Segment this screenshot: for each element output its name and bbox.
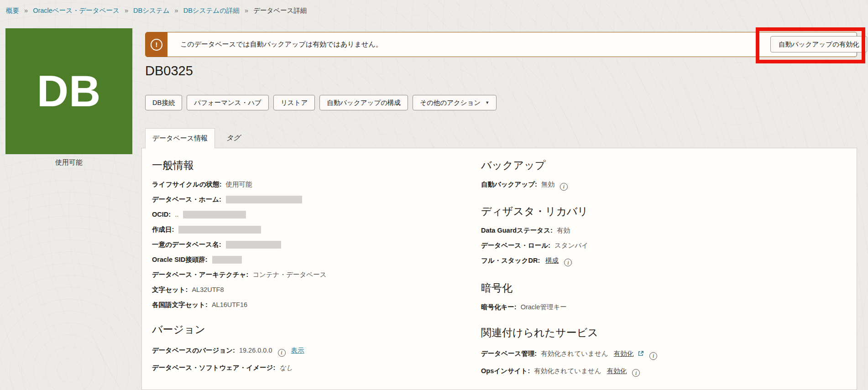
general-info-column: 一般情報 ライフサイクルの状態: 使用可能 データベース・ホーム: OCID: …: [152, 148, 471, 372]
ops-insights-label: Opsインサイト:: [481, 367, 530, 374]
database-home-label: データベース・ホーム:: [152, 196, 221, 203]
auto-backup-value: 無効: [541, 181, 554, 188]
data-guard-status-row: Data Guardステータス: 有効: [481, 226, 837, 234]
database-version-label: データベースのバージョン:: [152, 347, 235, 354]
encryption-key-label: 暗号化キー:: [481, 303, 517, 311]
auto-backup-row: 自動バックアップ: 無効 i: [481, 180, 837, 191]
database-role-value: スタンバイ: [554, 242, 588, 249]
backup-column: バックアップ 自動バックアップ: 無効 i ディザスタ・リカバリ Data Gu…: [481, 148, 837, 377]
info-icon[interactable]: i: [564, 259, 572, 266]
character-set-label: 文字セット:: [152, 286, 188, 293]
ocid-row: OCID: ..: [152, 210, 471, 218]
national-character-set-value: AL16UTF16: [212, 301, 247, 308]
redacted-value: [178, 226, 261, 234]
view-version-link[interactable]: 表示: [291, 347, 304, 354]
auto-backup-label: 自動バックアップ:: [481, 181, 537, 188]
chevron-down-icon: ▼: [485, 100, 489, 105]
configure-full-stack-dr-link[interactable]: 構成: [545, 257, 559, 264]
oracle-sid-prefix-row: Oracle SID接頭辞:: [152, 255, 471, 264]
breadcrumb-database-details: データベース詳細: [253, 7, 307, 14]
tab-tags[interactable]: タグ: [223, 128, 244, 148]
enable-database-management-link[interactable]: 有効化: [614, 350, 634, 357]
more-actions-button[interactable]: その他のアクション ▼: [413, 95, 497, 110]
database-management-row: データベース管理: 有効化されていません 有効化 i: [481, 349, 837, 360]
database-architecture-row: データベース・アーキテクチャ: コンテナ・データベース: [152, 270, 471, 279]
redacted-value: [212, 256, 242, 264]
warning-icon: !: [151, 39, 162, 51]
disaster-recovery-heading: ディザスタ・リカバリ: [481, 204, 837, 218]
associated-services-heading: 関連付けられたサービス: [481, 326, 837, 339]
breadcrumb-separator: »: [245, 7, 248, 14]
breadcrumb-db-system-details[interactable]: DBシステムの詳細: [183, 7, 240, 14]
warning-message: このデータベースでは自動バックアップは有効ではありません。: [180, 40, 382, 49]
more-actions-label: その他のアクション: [420, 99, 481, 107]
character-set-row: 文字セット: AL32UTF8: [152, 286, 471, 294]
breadcrumb-separator: »: [175, 7, 178, 14]
software-image-row: データベース・ソフトウェア・イメージ: なし: [152, 364, 471, 372]
backup-heading: バックアップ: [481, 158, 837, 172]
breadcrumb-db-systems[interactable]: DBシステム: [133, 7, 170, 14]
ops-insights-row: Opsインサイト: 有効化されていません 有効化 i: [481, 367, 837, 377]
database-role-label: データベース・ロール:: [481, 242, 550, 249]
database-status-tile: DB: [5, 28, 132, 154]
lifecycle-state-label: ライフサイクルの状態:: [152, 181, 222, 188]
version-heading: バージョン: [152, 322, 471, 336]
database-management-value: 有効化されていません: [541, 350, 608, 357]
encryption-key-value: Oracle管理キー: [521, 303, 567, 311]
tab-database-info[interactable]: データベース情報: [145, 128, 215, 148]
oracle-sid-prefix-label: Oracle SID接頭辞:: [152, 256, 208, 263]
page-title: DB0325: [145, 63, 193, 78]
database-role-row: データベース・ロール: スタンバイ: [481, 241, 837, 250]
breadcrumb-separator: »: [125, 7, 128, 14]
breadcrumb-separator: »: [24, 7, 28, 14]
external-link-icon[interactable]: [638, 350, 644, 357]
database-tile-abbr: DB: [37, 66, 101, 116]
auto-backup-warning-banner: ! このデータベースでは自動バックアップは有効ではありません。: [145, 32, 857, 57]
unique-database-name-row: 一意のデータベース名:: [152, 240, 471, 249]
info-icon[interactable]: i: [278, 349, 286, 357]
enable-ops-insights-link[interactable]: 有効化: [607, 367, 627, 374]
ocid-prefix: ..: [175, 211, 178, 218]
database-management-label: データベース管理:: [481, 350, 537, 357]
unique-database-name-label: 一意のデータベース名:: [152, 241, 221, 248]
restore-button[interactable]: リストア: [273, 95, 315, 110]
redacted-value: [226, 196, 302, 203]
redacted-value: [183, 211, 246, 218]
database-version-row: データベースのバージョン: 19.26.0.0.0 i 表示: [152, 346, 471, 357]
info-icon[interactable]: i: [632, 369, 640, 377]
software-image-label: データベース・ソフトウェア・イメージ:: [152, 364, 275, 371]
data-guard-status-value: 有効: [557, 227, 570, 234]
character-set-value: AL32UTF8: [192, 286, 224, 293]
info-icon[interactable]: i: [649, 352, 657, 360]
warning-iconbox: !: [146, 32, 167, 57]
redacted-value: [226, 241, 281, 249]
database-architecture-value: コンテナ・データベース: [252, 271, 326, 278]
encryption-key-row: 暗号化キー: Oracle管理キー: [481, 303, 837, 311]
ops-insights-value: 有効化されていません: [534, 367, 601, 374]
data-guard-status-label: Data Guardステータス:: [481, 227, 553, 234]
software-image-value: なし: [279, 364, 293, 371]
performance-hub-button[interactable]: パフォーマンス・ハブ: [187, 95, 269, 110]
breadcrumb-overview[interactable]: 概要: [6, 7, 19, 14]
created-date-label: 作成日:: [152, 226, 174, 233]
database-version-value: 19.26.0.0.0: [239, 347, 272, 354]
status-label: 使用可能: [5, 158, 132, 167]
general-info-heading: 一般情報: [152, 158, 471, 172]
national-character-set-label: 各国語文字セット:: [152, 301, 208, 308]
info-icon[interactable]: i: [560, 183, 568, 191]
database-info-panel: 一般情報 ライフサイクルの状態: 使用可能 データベース・ホーム: OCID: …: [141, 148, 857, 390]
encryption-heading: 暗号化: [481, 281, 837, 295]
configure-auto-backup-button[interactable]: 自動バックアップの構成: [319, 95, 408, 110]
full-stack-dr-label: フル・スタックDR:: [481, 257, 540, 264]
breadcrumb: 概要 » Oracleベース・データベース » DBシステム » DBシステムの…: [6, 6, 307, 15]
db-connection-button[interactable]: DB接続: [145, 95, 182, 110]
lifecycle-state-row: ライフサイクルの状態: 使用可能: [152, 180, 471, 188]
action-toolbar: DB接続 パフォーマンス・ハブ リストア 自動バックアップの構成 その他のアクシ…: [145, 95, 497, 110]
database-home-row: データベース・ホーム:: [152, 195, 471, 203]
red-highlight-box: [756, 27, 865, 63]
breadcrumb-oracle-base-database[interactable]: Oracleベース・データベース: [33, 7, 120, 14]
full-stack-dr-row: フル・スタックDR: 構成 i: [481, 256, 837, 267]
national-character-set-row: 各国語文字セット: AL16UTF16: [152, 301, 471, 309]
lifecycle-state-value: 使用可能: [226, 181, 252, 188]
ocid-label: OCID:: [152, 211, 171, 218]
